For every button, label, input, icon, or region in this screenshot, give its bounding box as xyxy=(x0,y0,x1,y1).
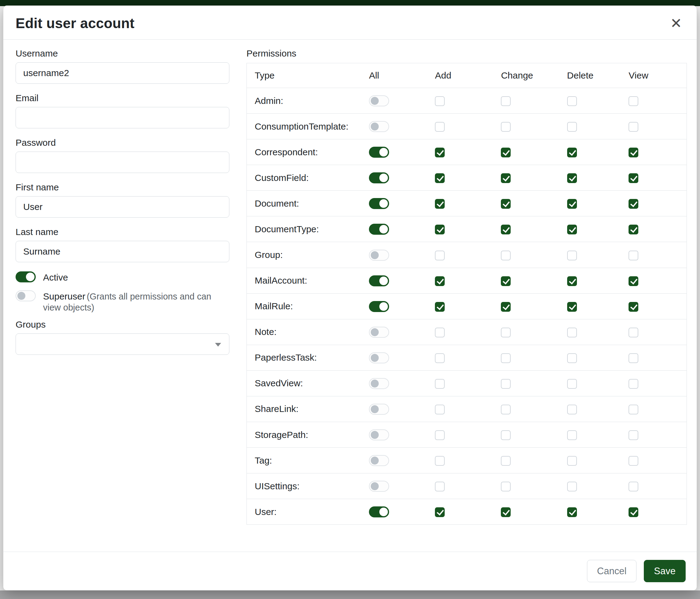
perm-all-toggle[interactable] xyxy=(369,506,389,518)
perm-view-checkbox[interactable] xyxy=(628,276,638,286)
perm-change-checkbox[interactable] xyxy=(501,199,511,209)
perm-change-checkbox[interactable] xyxy=(501,276,511,286)
perm-view-checkbox[interactable] xyxy=(628,328,638,337)
perm-view-checkbox[interactable] xyxy=(628,96,638,106)
perm-all-toggle[interactable] xyxy=(369,250,389,261)
perm-add-checkbox[interactable] xyxy=(435,173,445,183)
perm-add-checkbox[interactable] xyxy=(435,276,445,286)
perm-add-checkbox[interactable] xyxy=(435,507,445,517)
perm-add-checkbox[interactable] xyxy=(435,122,445,132)
perm-add-checkbox[interactable] xyxy=(435,430,445,440)
perm-delete-checkbox[interactable] xyxy=(567,173,577,183)
perm-type-label: StoragePath: xyxy=(247,422,361,448)
perm-delete-checkbox[interactable] xyxy=(567,276,577,286)
perm-delete-checkbox[interactable] xyxy=(567,456,577,466)
perm-add-checkbox[interactable] xyxy=(435,302,445,312)
perm-add-checkbox[interactable] xyxy=(435,405,445,414)
password-field[interactable] xyxy=(16,151,229,173)
first-name-field[interactable] xyxy=(16,196,229,218)
perm-add-checkbox[interactable] xyxy=(435,199,445,209)
perm-view-checkbox[interactable] xyxy=(628,353,638,363)
perm-add-checkbox[interactable] xyxy=(435,328,445,337)
perm-change-checkbox[interactable] xyxy=(501,430,511,440)
toggle-knob xyxy=(379,199,388,208)
perm-view-checkbox[interactable] xyxy=(628,148,638,158)
perm-change-checkbox[interactable] xyxy=(501,96,511,106)
perm-add-checkbox[interactable] xyxy=(435,482,445,492)
perm-delete-checkbox[interactable] xyxy=(567,405,577,414)
perm-add-checkbox[interactable] xyxy=(435,148,445,158)
perm-all-toggle[interactable] xyxy=(369,327,389,338)
perm-add-checkbox[interactable] xyxy=(435,353,445,363)
perm-add-checkbox[interactable] xyxy=(435,250,445,260)
perm-change-checkbox[interactable] xyxy=(501,405,511,414)
perm-change-checkbox[interactable] xyxy=(501,250,511,260)
perm-delete-checkbox[interactable] xyxy=(567,353,577,363)
perm-change-checkbox[interactable] xyxy=(501,328,511,337)
perm-delete-checkbox[interactable] xyxy=(567,328,577,337)
perm-delete-checkbox[interactable] xyxy=(567,379,577,389)
perm-delete-checkbox[interactable] xyxy=(567,96,577,106)
perm-change-checkbox[interactable] xyxy=(501,353,511,363)
perm-all-toggle[interactable] xyxy=(369,147,389,158)
perm-view-checkbox[interactable] xyxy=(628,379,638,389)
close-icon[interactable]: ✕ xyxy=(668,15,684,31)
perm-change-checkbox[interactable] xyxy=(501,122,511,132)
cancel-button[interactable]: Cancel xyxy=(587,560,637,582)
perm-all-toggle[interactable] xyxy=(369,172,389,183)
perm-change-checkbox[interactable] xyxy=(501,302,511,312)
perm-change-checkbox[interactable] xyxy=(501,456,511,466)
email-field[interactable] xyxy=(16,107,229,128)
perm-add-checkbox[interactable] xyxy=(435,96,445,106)
perm-delete-checkbox[interactable] xyxy=(567,482,577,492)
active-toggle[interactable] xyxy=(16,271,36,282)
perm-view-checkbox[interactable] xyxy=(628,224,638,234)
perm-all-toggle[interactable] xyxy=(369,429,389,440)
perm-delete-checkbox[interactable] xyxy=(567,224,577,234)
perm-add-checkbox[interactable] xyxy=(435,456,445,466)
perm-all-toggle[interactable] xyxy=(369,224,389,235)
perm-delete-checkbox[interactable] xyxy=(567,148,577,158)
perm-delete-checkbox[interactable] xyxy=(567,250,577,260)
last-name-field[interactable] xyxy=(16,241,229,262)
perm-add-checkbox[interactable] xyxy=(435,224,445,234)
username-input[interactable] xyxy=(16,62,229,84)
perm-add-checkbox[interactable] xyxy=(435,379,445,389)
groups-select[interactable] xyxy=(16,333,229,355)
perm-all-toggle[interactable] xyxy=(369,275,389,286)
perm-all-toggle[interactable] xyxy=(369,404,389,415)
perm-view-checkbox[interactable] xyxy=(628,482,638,492)
perm-change-checkbox[interactable] xyxy=(501,482,511,492)
superuser-toggle[interactable] xyxy=(16,290,36,301)
toggle-knob xyxy=(379,302,388,311)
perm-all-toggle[interactable] xyxy=(369,301,389,312)
perm-all-toggle[interactable] xyxy=(369,455,389,466)
perm-view-checkbox[interactable] xyxy=(628,507,638,517)
perm-all-toggle[interactable] xyxy=(369,378,389,389)
perm-delete-checkbox[interactable] xyxy=(567,199,577,209)
permission-row: Tag: xyxy=(247,448,687,473)
perm-view-checkbox[interactable] xyxy=(628,173,638,183)
perm-view-checkbox[interactable] xyxy=(628,456,638,466)
save-button[interactable]: Save xyxy=(644,560,686,582)
perm-view-checkbox[interactable] xyxy=(628,302,638,312)
perm-view-checkbox[interactable] xyxy=(628,405,638,414)
perm-all-toggle[interactable] xyxy=(369,481,389,492)
perm-view-checkbox[interactable] xyxy=(628,430,638,440)
perm-change-checkbox[interactable] xyxy=(501,507,511,517)
perm-view-checkbox[interactable] xyxy=(628,122,638,132)
perm-delete-checkbox[interactable] xyxy=(567,302,577,312)
perm-change-checkbox[interactable] xyxy=(501,148,511,158)
perm-all-toggle[interactable] xyxy=(369,352,389,363)
perm-all-toggle[interactable] xyxy=(369,95,389,106)
perm-delete-checkbox[interactable] xyxy=(567,507,577,517)
perm-delete-checkbox[interactable] xyxy=(567,122,577,132)
perm-all-toggle[interactable] xyxy=(369,121,389,132)
perm-delete-checkbox[interactable] xyxy=(567,430,577,440)
perm-change-checkbox[interactable] xyxy=(501,173,511,183)
perm-change-checkbox[interactable] xyxy=(501,224,511,234)
perm-view-checkbox[interactable] xyxy=(628,250,638,260)
perm-all-toggle[interactable] xyxy=(369,198,389,209)
perm-view-checkbox[interactable] xyxy=(628,199,638,209)
perm-change-checkbox[interactable] xyxy=(501,379,511,389)
